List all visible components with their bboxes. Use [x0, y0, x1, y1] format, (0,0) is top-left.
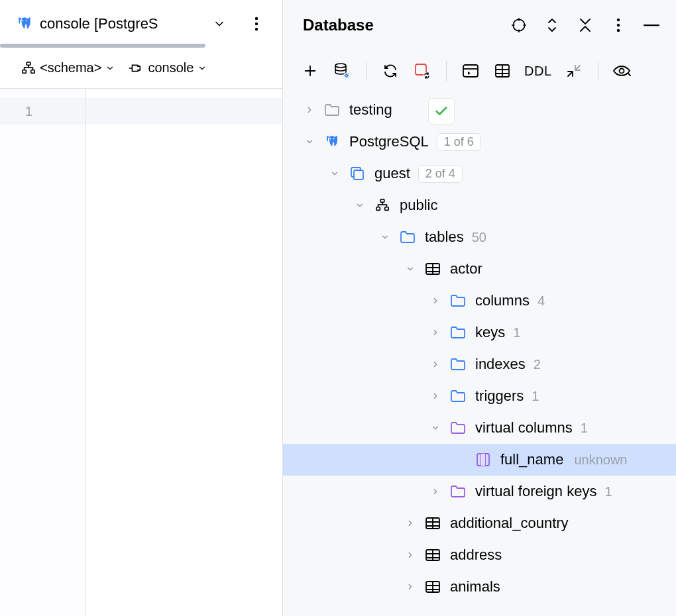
gutter-line-number: 1 — [0, 98, 85, 125]
svg-point-9 — [617, 19, 620, 21]
view-options-eye-icon[interactable] — [612, 61, 632, 81]
tree-node-columns[interactable]: columns 4 — [283, 285, 676, 317]
editor-tab-title: console [PostgreS — [40, 15, 158, 32]
svg-point-0 — [22, 20, 23, 21]
code-editor[interactable]: 1 — [0, 89, 282, 616]
folder-blue-icon — [447, 326, 469, 339]
chevron-right-icon[interactable] — [423, 296, 447, 305]
chevron-down-icon — [105, 64, 115, 73]
db-header-kebab-icon[interactable] — [608, 15, 628, 35]
schema-selector[interactable]: <schema> — [21, 60, 115, 76]
database-tree[interactable]: testing PostgreSQL 1 of 6 guest 2 of 4 p… — [283, 91, 676, 616]
tree-node-additional-country[interactable]: additional_country — [283, 507, 676, 539]
tree-count: 1 — [581, 421, 588, 436]
tree-node-label: triggers — [475, 387, 524, 405]
tree-node-virtual-foreign-keys[interactable]: virtual foreign keys 1 — [283, 476, 676, 507]
svg-point-13 — [335, 64, 346, 68]
tree-node-public[interactable]: public — [283, 189, 676, 221]
chevron-right-icon[interactable] — [423, 328, 447, 337]
svg-point-11 — [617, 29, 620, 32]
chevron-down-icon — [197, 64, 207, 73]
tree-node-triggers[interactable]: triggers 1 — [283, 380, 676, 412]
tree-count: 4 — [537, 293, 545, 309]
folder-blue-icon — [447, 358, 469, 371]
collapse-tree-icon[interactable] — [564, 61, 584, 81]
schema-icon — [21, 61, 36, 76]
tree-node-label: actor — [450, 260, 482, 278]
add-plus-icon[interactable] — [300, 61, 320, 81]
folder-blue-icon — [447, 294, 469, 307]
chevron-down-icon[interactable] — [423, 423, 447, 433]
tree-node-indexes[interactable]: indexes 2 — [283, 348, 676, 380]
table-grid-icon[interactable] — [492, 61, 512, 81]
chevron-right-icon[interactable] — [398, 550, 422, 560]
folder-gray-icon — [321, 103, 343, 117]
tree-node-label: animals — [450, 578, 500, 595]
tree-node-label: columns — [475, 292, 530, 309]
refresh-icon[interactable] — [380, 61, 400, 81]
svg-point-8 — [513, 19, 524, 30]
chevron-down-icon[interactable] — [298, 137, 321, 146]
folder-purple-icon — [447, 421, 469, 435]
chevron-right-icon[interactable] — [398, 582, 422, 591]
tree-count: 50 — [472, 230, 486, 245]
svg-point-22 — [333, 138, 335, 140]
tree-node-address[interactable]: address — [283, 539, 676, 571]
chevron-right-icon[interactable] — [423, 360, 447, 369]
tree-node-postgresql[interactable]: PostgreSQL 1 of 6 — [283, 126, 676, 158]
schema-selector-label: <schema> — [40, 60, 101, 76]
tree-node-testing[interactable]: testing — [283, 94, 676, 126]
chevron-right-icon[interactable] — [398, 519, 422, 528]
session-selector[interactable]: console — [128, 60, 207, 76]
toolbar-separator — [598, 61, 598, 81]
svg-point-3 — [255, 23, 258, 25]
count-badge: 1 of 6 — [437, 133, 481, 151]
tree-node-actor[interactable]: actor — [283, 253, 676, 285]
chevron-down-icon[interactable] — [373, 232, 397, 242]
target-icon[interactable] — [509, 15, 529, 35]
tab-dropdown-chevron-icon[interactable] — [209, 14, 229, 34]
ddl-button[interactable]: DDL — [524, 64, 552, 79]
tree-node-animals[interactable]: animals — [283, 571, 676, 603]
tree-node-label: PostgreSQL — [349, 133, 429, 150]
collapse-x-icon[interactable] — [575, 15, 595, 35]
tree-node-label: additional_country — [450, 515, 569, 532]
tree-node-full-name[interactable]: full_name unknown — [283, 444, 676, 476]
chevron-down-icon[interactable] — [323, 169, 347, 178]
tree-node-virtual-columns[interactable]: virtual columns 1 — [283, 412, 676, 444]
table-icon — [422, 262, 443, 276]
editor-tab[interactable]: console [PostgreS — [16, 15, 158, 32]
tree-node-label: guest — [374, 165, 410, 182]
chevron-right-icon[interactable] — [298, 105, 321, 115]
chevron-right-icon[interactable] — [423, 391, 447, 401]
tree-node-label: public — [400, 197, 437, 214]
jump-to-console-icon[interactable] — [461, 61, 480, 81]
tree-node-keys[interactable]: keys 1 — [283, 317, 676, 348]
chevron-down-icon[interactable] — [398, 264, 422, 274]
tree-node-guest[interactable]: guest 2 of 4 — [283, 158, 676, 189]
expand-collapse-icon[interactable] — [542, 15, 562, 35]
toolbar-separator — [366, 61, 366, 81]
tab-kebab-menu-icon[interactable] — [247, 14, 266, 34]
chevron-down-icon[interactable] — [348, 201, 372, 210]
table-icon — [422, 580, 443, 593]
svg-point-20 — [619, 69, 624, 74]
svg-rect-5 — [27, 62, 30, 65]
folder-blue-icon — [447, 389, 469, 403]
checkmark-icon — [434, 104, 449, 119]
svg-rect-12 — [644, 25, 659, 26]
count-badge: 2 of 4 — [418, 165, 463, 183]
database-panel-header: Database — [283, 0, 676, 50]
datasource-settings-icon[interactable] — [332, 61, 352, 81]
chevron-right-icon[interactable] — [423, 487, 447, 496]
minimize-icon[interactable] — [642, 15, 661, 35]
stop-refresh-icon[interactable] — [412, 61, 432, 81]
analysis-ok-badge[interactable] — [428, 98, 455, 125]
svg-rect-27 — [385, 207, 389, 211]
editor-toolbar: <schema> console — [0, 48, 282, 89]
editor-tabs-bar: console [PostgreS — [0, 0, 282, 48]
editor-body[interactable] — [86, 89, 282, 616]
tab-underline — [0, 44, 205, 48]
tree-node-label: address — [450, 546, 502, 564]
tree-node-tables[interactable]: tables 50 — [283, 221, 676, 253]
